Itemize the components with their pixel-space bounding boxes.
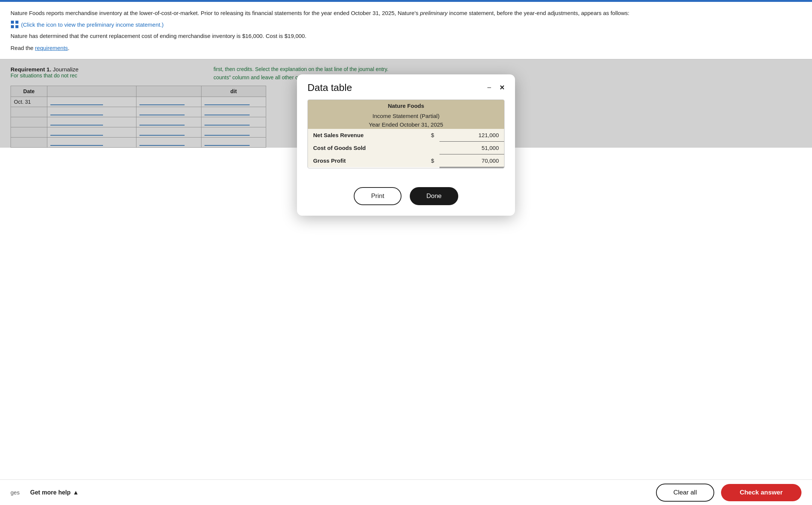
statement-title-cell: Income Statement (Partial) bbox=[308, 112, 504, 120]
intro-paragraph2: Nature has determined that the current r… bbox=[11, 32, 801, 40]
cogs-dollar bbox=[416, 141, 439, 154]
bottom-right: Clear all Check answer bbox=[656, 484, 801, 502]
company-name-row: Nature Foods bbox=[308, 100, 504, 112]
net-sales-value: 121,000 bbox=[439, 129, 504, 142]
help-label: Get more help bbox=[30, 489, 71, 496]
requirements-link[interactable]: requirements bbox=[35, 45, 68, 51]
icon-link-text: (Click the icon to view the preliminary … bbox=[21, 21, 164, 28]
grid-icon bbox=[11, 20, 19, 29]
net-sales-row: Net Sales Revenue $ 121,000 bbox=[308, 129, 504, 142]
cogs-row: Cost of Goods Sold 51,000 bbox=[308, 141, 504, 154]
help-arrow-icon: ▲ bbox=[73, 489, 79, 496]
modal-overlay: Data table − × Nature Foods In bbox=[0, 59, 812, 148]
print-button[interactable]: Print bbox=[354, 187, 401, 205]
modal-title: Data table bbox=[308, 82, 352, 94]
get-more-help-button[interactable]: Get more help ▲ bbox=[30, 489, 79, 496]
svg-rect-1 bbox=[15, 21, 18, 24]
cogs-value: 51,000 bbox=[439, 141, 504, 154]
pages-label: ges bbox=[11, 489, 20, 496]
intro-section: Nature Foods reports merchandise invento… bbox=[0, 2, 812, 59]
gross-profit-value: 70,000 bbox=[439, 154, 504, 167]
net-sales-dollar: $ bbox=[416, 129, 439, 142]
svg-rect-3 bbox=[15, 25, 18, 28]
modal-close-button[interactable]: × bbox=[500, 83, 504, 92]
income-table-wrapper: Nature Foods Income Statement (Partial) … bbox=[308, 100, 504, 168]
done-button[interactable]: Done bbox=[410, 187, 458, 205]
icon-link[interactable]: (Click the icon to view the preliminary … bbox=[11, 20, 164, 29]
company-name-cell: Nature Foods bbox=[308, 100, 504, 112]
period: . bbox=[68, 45, 70, 51]
bottom-left: ges Get more help ▲ bbox=[11, 489, 79, 496]
bottom-bar: ges Get more help ▲ Clear all Check answ… bbox=[0, 479, 812, 505]
intro-read: Read the requirements. bbox=[11, 44, 801, 52]
svg-rect-0 bbox=[11, 21, 14, 24]
main-area: Requirement 1. Journalize For situations… bbox=[0, 59, 812, 148]
clear-all-button[interactable]: Clear all bbox=[656, 484, 714, 502]
modal-footer: Print Done bbox=[297, 183, 515, 216]
gross-profit-dollar: $ bbox=[416, 154, 439, 167]
cogs-label: Cost of Goods Sold bbox=[308, 141, 416, 154]
period-row: Year Ended October 31, 2025 bbox=[308, 120, 504, 129]
modal-body: Nature Foods Income Statement (Partial) … bbox=[297, 97, 515, 183]
period-cell: Year Ended October 31, 2025 bbox=[308, 120, 504, 129]
intro-paragraph1: Nature Foods reports merchandise invento… bbox=[11, 9, 801, 17]
modal-controls: − × bbox=[485, 83, 504, 92]
gross-profit-row: Gross Profit $ 70,000 bbox=[308, 154, 504, 167]
gross-profit-label: Gross Profit bbox=[308, 154, 416, 167]
check-answer-button[interactable]: Check answer bbox=[721, 484, 801, 501]
svg-rect-2 bbox=[11, 25, 14, 28]
net-sales-label: Net Sales Revenue bbox=[308, 129, 416, 142]
modal-minimize-button[interactable]: − bbox=[485, 84, 493, 91]
modal-dialog: Data table − × Nature Foods In bbox=[297, 74, 515, 216]
income-statement-table: Nature Foods Income Statement (Partial) … bbox=[308, 100, 504, 168]
modal-header: Data table − × bbox=[297, 74, 515, 97]
statement-title-row: Income Statement (Partial) bbox=[308, 112, 504, 120]
